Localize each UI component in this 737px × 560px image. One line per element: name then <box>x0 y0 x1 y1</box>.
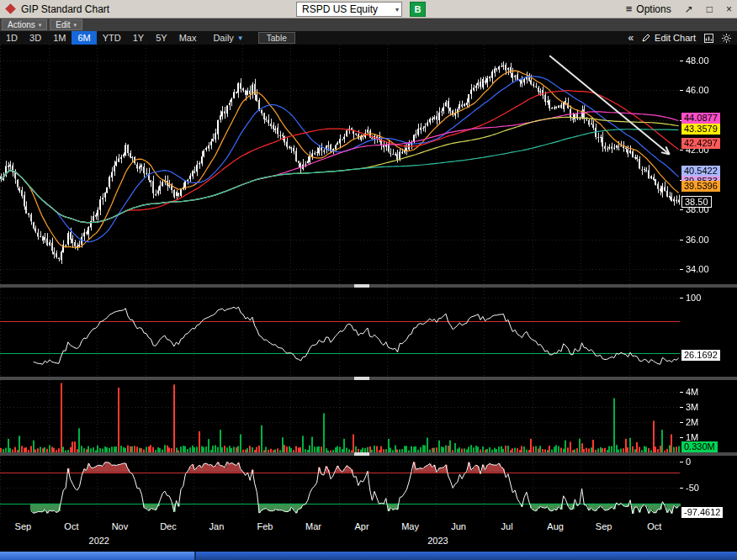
x-axis-month-label: Jan <box>204 521 229 531</box>
range-button-5y[interactable]: 5Y <box>150 31 172 45</box>
actions-menu-button[interactable]: Actions ▾ <box>2 19 47 30</box>
security-search-input[interactable]: RSPD US Equity ▾ <box>296 2 402 17</box>
close-icon[interactable]: × <box>726 3 732 15</box>
rsi-panel[interactable] <box>0 288 737 377</box>
oscillator-panel[interactable] <box>0 456 737 518</box>
bloomberg-key-button[interactable]: B <box>410 2 426 17</box>
price-panel[interactable] <box>0 45 737 284</box>
chevron-down-icon: ▼ <box>237 34 244 42</box>
options-menu[interactable]: ≡ Options <box>626 3 671 15</box>
hamburger-icon: ≡ <box>626 3 633 15</box>
popout-icon[interactable]: ↗ <box>685 3 693 15</box>
range-button-max[interactable]: Max <box>173 31 203 45</box>
x-axis-month-label: Sep <box>591 521 617 531</box>
range-button-6m[interactable]: 6M <box>72 31 96 45</box>
titlebar-controls: ≡ Options ↗ □ × <box>626 3 732 15</box>
axis-value-badge: -97.4612 <box>681 507 723 518</box>
taskbar <box>0 552 737 560</box>
chart-area: SepOctNovDecJanFebMarAprMayJunJulAugSepO… <box>0 45 737 552</box>
x-axis-month-label: Feb <box>252 521 278 531</box>
x-axis-month-label: Nov <box>107 521 132 531</box>
actions-label: Actions <box>8 20 35 29</box>
range-button-1d[interactable]: 1D <box>0 31 24 45</box>
frequency-dropdown[interactable]: Daily ▼ <box>205 31 251 45</box>
chevron-down-icon: ▾ <box>74 22 77 29</box>
toolbar-right: « Edit Chart <box>628 32 737 44</box>
table-button[interactable]: Table <box>258 32 295 44</box>
axis-value-badge: 26.1692 <box>681 350 720 361</box>
x-axis: SepOctNovDecJanFebMarAprMayJunJulAugSepO… <box>0 518 737 552</box>
edit-menu-button[interactable]: Edit ▾ <box>50 19 82 30</box>
x-axis-month-label: Dec <box>156 521 181 531</box>
x-axis-month-label: Oct <box>642 521 667 531</box>
app-icon <box>5 3 16 14</box>
volume-panel[interactable] <box>0 380 737 452</box>
maximize-icon[interactable]: □ <box>707 3 713 15</box>
security-value: RSPD US Equity <box>302 3 378 15</box>
chart-settings-icon[interactable] <box>704 34 713 43</box>
axis-value-badge: 44.0877 <box>681 113 720 124</box>
x-axis-month-label: Jul <box>495 521 520 531</box>
window-title: GIP Standard Chart <box>21 3 109 15</box>
edit-chart-button[interactable]: Edit Chart <box>642 33 696 43</box>
range-button-ytd[interactable]: YTD <box>97 31 127 45</box>
range-button-1m[interactable]: 1M <box>47 31 72 45</box>
gear-icon[interactable] <box>722 34 731 43</box>
x-axis-month-label: Sep <box>10 521 35 531</box>
axis-value-badge: 40.5422 <box>681 166 720 177</box>
collapse-chevron-icon[interactable]: « <box>628 32 634 44</box>
options-label: Options <box>636 3 671 15</box>
x-axis-month-label: Jun <box>446 521 471 531</box>
axis-value-badge: 42.4297 <box>681 138 720 149</box>
x-axis-month-label: Apr <box>349 521 374 531</box>
range-button-3d[interactable]: 3D <box>24 31 47 45</box>
bloomberg-chart-window: GIP Standard Chart RSPD US Equity ▾ B ≡ … <box>0 0 737 560</box>
taskbar-segment <box>0 552 196 560</box>
x-axis-month-label: Oct <box>59 521 84 531</box>
edit-chart-label: Edit Chart <box>655 33 696 43</box>
pencil-icon <box>642 34 650 42</box>
edit-label: Edit <box>56 20 70 29</box>
x-axis-month-label: May <box>398 521 423 531</box>
x-axis-year-label: 2022 <box>82 536 116 546</box>
x-axis-month-label: Mar <box>301 521 326 531</box>
range-button-1y[interactable]: 1Y <box>127 31 150 45</box>
frequency-value: Daily <box>213 33 233 43</box>
range-buttons: 1D3D1M6MYTD1Y5YMax <box>0 31 202 45</box>
menu-bar: Actions ▾ Edit ▾ <box>0 18 737 31</box>
axis-value-badge: 38.50 <box>681 196 712 208</box>
axis-value-badge: 0.330M <box>681 441 718 452</box>
x-axis-month-label: Aug <box>543 521 568 531</box>
x-axis-year-label: 2023 <box>421 536 454 546</box>
chevron-down-icon: ▾ <box>39 22 42 29</box>
chart-toolbar: 1D3D1M6MYTD1Y5YMax Daily ▼ Table « Edit … <box>0 31 737 45</box>
titlebar: GIP Standard Chart RSPD US Equity ▾ B ≡ … <box>0 0 737 18</box>
axis-value-badge: 39.5396 <box>681 181 720 192</box>
axis-value-badge: 43.3579 <box>681 124 720 135</box>
security-dropdown-caret-icon[interactable]: ▾ <box>395 6 399 13</box>
